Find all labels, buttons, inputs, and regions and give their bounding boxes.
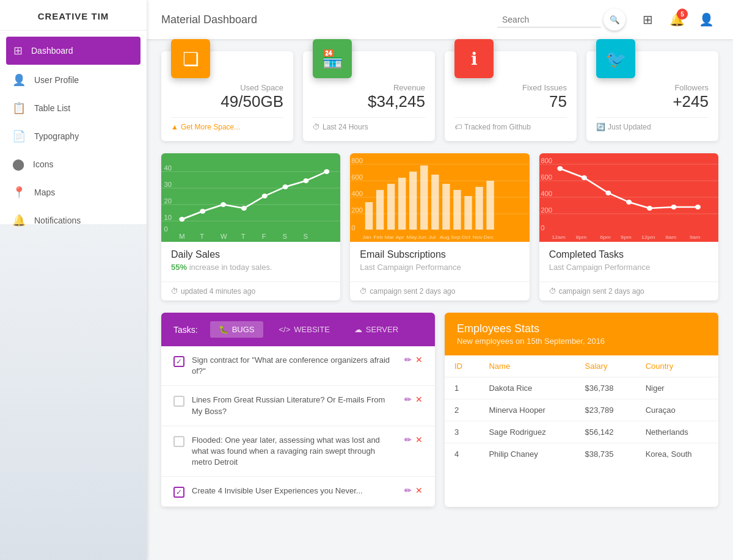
svg-text:40: 40 bbox=[164, 165, 172, 172]
table-row: 1 Dakota Rice $36,738 Niger bbox=[445, 377, 718, 399]
sidebar-item-notifications[interactable]: 🔔 Notifications bbox=[0, 206, 147, 235]
svg-point-13 bbox=[262, 194, 268, 198]
task-delete-1[interactable]: ✕ bbox=[415, 355, 423, 365]
sidebar-item-dashboard[interactable]: ⊞ Dashboard bbox=[6, 37, 140, 65]
col-salary: Salary bbox=[575, 355, 636, 377]
stat-card-fixed-issues: ℹ Fixed Issues 75 🏷 Tracked from Github bbox=[445, 51, 577, 141]
search-input[interactable] bbox=[497, 12, 601, 27]
main-content: Material Dashboard 🔍 ⊞ 🔔 5 👤 bbox=[147, 0, 733, 560]
followers-footer: 🔄 Just Updated bbox=[596, 117, 709, 131]
sidebar-item-icons[interactable]: ⬤ Icons bbox=[0, 150, 147, 178]
revenue-value: $34,245 bbox=[313, 92, 425, 111]
sidebar-item-typography[interactable]: 📄 Typography bbox=[0, 122, 147, 150]
task-checkbox-2[interactable] bbox=[173, 396, 184, 407]
task-delete-2[interactable]: ✕ bbox=[415, 395, 423, 404]
used-space-icon-box: ❏ bbox=[171, 39, 210, 78]
svg-text:400: 400 bbox=[541, 191, 552, 197]
table-row: 3 Sage Rodriguez $56,142 Netherlands bbox=[445, 421, 718, 443]
cell-country: Niger bbox=[636, 377, 718, 399]
cell-salary: $38,735 bbox=[575, 443, 636, 465]
tab-bugs[interactable]: 🐛 BUGS bbox=[210, 321, 263, 338]
svg-text:8pm: 8pm bbox=[575, 234, 586, 239]
notifications-button[interactable]: 🔔 5 bbox=[665, 7, 689, 32]
sidebar-item-label: Dashboard bbox=[31, 46, 73, 56]
task-edit-1[interactable]: ✏ bbox=[404, 355, 412, 365]
svg-point-71 bbox=[671, 205, 676, 209]
grid-button[interactable]: ⊞ bbox=[635, 7, 660, 32]
task-edit-2[interactable]: ✏ bbox=[404, 395, 412, 404]
task-actions-3: ✏ ✕ bbox=[404, 435, 423, 445]
svg-text:S: S bbox=[303, 233, 308, 240]
svg-text:T: T bbox=[241, 233, 246, 240]
sidebar: CREATIVE TIM ⊞ Dashboard 👤 User Profile … bbox=[0, 0, 147, 560]
cell-country: Korea, South bbox=[636, 443, 718, 465]
sidebar-brand: CREATIVE TIM bbox=[0, 0, 147, 31]
sidebar-item-maps[interactable]: 📍 Maps bbox=[0, 178, 147, 206]
svg-text:Nov: Nov bbox=[473, 234, 483, 239]
task-checkbox-4[interactable] bbox=[173, 487, 184, 498]
svg-text:600: 600 bbox=[352, 174, 363, 181]
table-row: 4 Philip Chaney $38,735 Korea, South bbox=[445, 443, 718, 465]
tab-server[interactable]: ☁ SERVER bbox=[346, 321, 407, 338]
sidebar-item-user-profile[interactable]: 👤 User Profile bbox=[0, 66, 147, 94]
fixed-issues-value: 75 bbox=[454, 92, 567, 111]
get-more-space-link[interactable]: Get More Space... bbox=[181, 123, 240, 131]
tag-icon: 🏷 bbox=[454, 123, 462, 131]
svg-text:20: 20 bbox=[164, 198, 172, 205]
employees-header: Employees Stats New employees on 15th Se… bbox=[445, 313, 718, 355]
email-subscriptions-chart: 800 600 400 200 0 bbox=[350, 153, 529, 242]
cell-name: Philip Chaney bbox=[479, 443, 575, 465]
task-checkbox-1[interactable] bbox=[173, 356, 184, 367]
daily-sales-chart: 40 30 20 10 0 bbox=[161, 153, 340, 242]
typography-icon: 📄 bbox=[12, 129, 26, 143]
tab-website[interactable]: </> WEBSITE bbox=[271, 321, 338, 338]
store-icon: 🏪 bbox=[322, 49, 343, 69]
used-space-footer: ▲ Get More Space... bbox=[171, 117, 283, 131]
task-delete-3[interactable]: ✕ bbox=[415, 435, 423, 445]
copy-icon: ❏ bbox=[183, 48, 199, 70]
task-edit-4[interactable]: ✏ bbox=[404, 485, 412, 495]
cell-salary: $36,738 bbox=[575, 377, 636, 399]
email-subscriptions-body: Email Subscriptions Last Campaign Perfor… bbox=[350, 242, 529, 277]
daily-sales-footer-text: updated 4 minutes ago bbox=[181, 287, 255, 296]
task-checkbox-3[interactable] bbox=[173, 436, 184, 447]
svg-rect-39 bbox=[431, 175, 439, 230]
sidebar-item-table-list[interactable]: 📋 Table List bbox=[0, 94, 147, 122]
task-text-2: Lines From Great Russian Literature? Or … bbox=[192, 395, 397, 416]
revenue-footer: ⏱ Last 24 Hours bbox=[313, 117, 425, 131]
svg-text:800: 800 bbox=[541, 158, 552, 164]
svg-text:Oct: Oct bbox=[462, 234, 471, 239]
svg-text:0: 0 bbox=[352, 225, 356, 231]
avatar-icon: 👤 bbox=[699, 12, 714, 27]
employees-table: ID Name Salary Country 1 Dakota Rice $36… bbox=[445, 355, 718, 465]
daily-sales-footer: ⏱ updated 4 minutes ago bbox=[161, 282, 340, 300]
svg-point-10 bbox=[200, 209, 205, 214]
completed-tasks-footer: ⏱ campaign sent 2 days ago bbox=[539, 282, 718, 300]
svg-text:0: 0 bbox=[164, 226, 168, 233]
chart-completed-tasks: 800 600 400 200 0 bbox=[539, 153, 718, 300]
svg-text:Jan: Jan bbox=[363, 234, 372, 239]
completed-tasks-subtitle: Last Campaign Performance bbox=[549, 263, 709, 272]
task-edit-3[interactable]: ✏ bbox=[404, 435, 412, 445]
svg-text:9am: 9am bbox=[690, 234, 701, 239]
profile-button[interactable]: 👤 bbox=[694, 7, 718, 32]
followers-icon-box: 🐦 bbox=[596, 39, 635, 78]
task-delete-4[interactable]: ✕ bbox=[415, 485, 423, 495]
daily-sales-subtitle: 55% increase in today sales. bbox=[171, 263, 330, 272]
svg-text:Mar: Mar bbox=[385, 234, 395, 239]
user-icon: 👤 bbox=[12, 73, 26, 87]
svg-text:30: 30 bbox=[164, 181, 172, 188]
sidebar-nav: ⊞ Dashboard 👤 User Profile 📋 Table List … bbox=[0, 31, 147, 239]
employees-title: Employees Stats bbox=[457, 322, 706, 335]
svg-text:Feb: Feb bbox=[374, 234, 384, 239]
cell-name: Dakota Rice bbox=[479, 377, 575, 399]
task-item: Sign contract for "What are conference o… bbox=[161, 346, 435, 386]
svg-text:Jun: Jun bbox=[418, 234, 427, 239]
svg-point-66 bbox=[557, 166, 563, 171]
search-button[interactable]: 🔍 bbox=[604, 9, 625, 31]
svg-text:Dec: Dec bbox=[484, 234, 494, 239]
sidebar-item-label: Icons bbox=[33, 159, 53, 169]
svg-text:W: W bbox=[221, 233, 228, 240]
increase-value: 55% bbox=[171, 263, 187, 272]
svg-text:M: M bbox=[179, 233, 184, 240]
